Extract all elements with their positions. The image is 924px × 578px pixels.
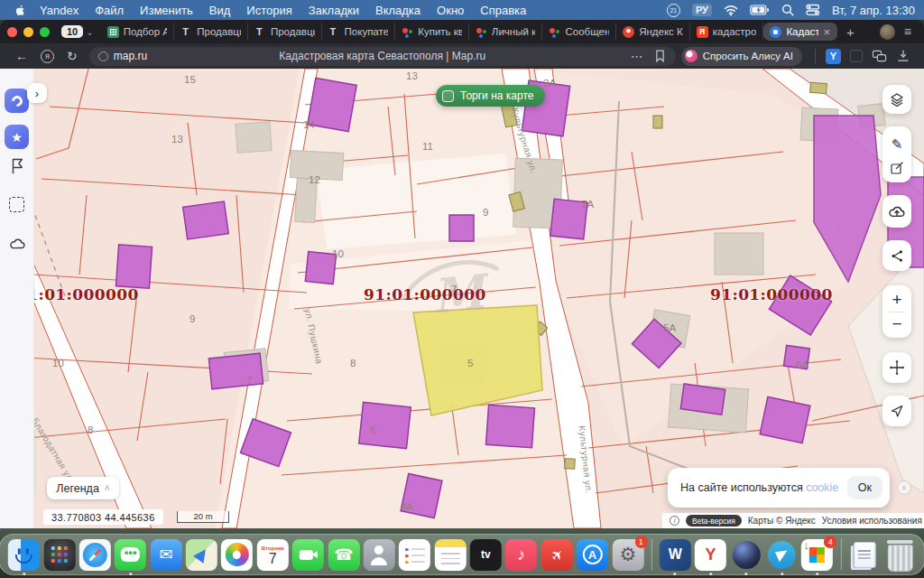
dock-icon-system-settings[interactable]: ⚙1 — [612, 539, 643, 571]
pencil-icon[interactable]: ✎ — [892, 135, 903, 154]
zoom-controls[interactable]: + − — [882, 285, 911, 338]
cookie-ok-button[interactable]: Ок — [847, 476, 882, 499]
parcel-number-label[interactable]: 13 — [171, 134, 183, 144]
search-icon[interactable] — [781, 4, 794, 16]
sidebar-bookmarks-button[interactable] — [9, 157, 25, 179]
browser-tab[interactable]: Яндекс Ка × — [616, 23, 690, 41]
legend-button[interactable]: Легенда ˄ — [47, 477, 119, 499]
back-button[interactable]: ← — [15, 49, 28, 63]
sidebar-expand-button[interactable]: › — [27, 83, 47, 103]
dock-icon-documents[interactable] — [849, 539, 881, 571]
parcel-number-label[interactable]: 9 — [483, 207, 488, 218]
dock-icon-phone[interactable]: ☎ — [328, 539, 359, 571]
browser-tab[interactable]: Покупател × — [322, 23, 396, 41]
wifi-icon[interactable] — [724, 4, 738, 16]
cadastral-quarter-label[interactable]: 91:01:000000 — [364, 285, 486, 303]
dock-icon-telegram[interactable] — [766, 539, 798, 571]
browser-tab[interactable]: Сообщени × — [542, 23, 616, 41]
dock-icon-mail[interactable]: ✉ — [151, 539, 182, 571]
terms-link[interactable]: Условия использования — [822, 516, 922, 526]
dock-icon-apple-tv[interactable]: tv — [470, 539, 502, 571]
dock-icon-messages[interactable]: ••• — [115, 539, 146, 571]
parcel-number-label[interactable]: 3А — [543, 78, 556, 89]
parcel-number-label[interactable]: 5А — [663, 322, 676, 333]
parcel-number-label[interactable]: 6 — [370, 424, 375, 435]
browser-menu-icon[interactable]: ≡ — [904, 24, 911, 39]
menu-item[interactable]: Закладки — [309, 4, 359, 17]
parcel-number-label[interactable]: 10 — [52, 358, 64, 368]
parcel-number-label[interactable]: 8 — [350, 358, 356, 368]
upload-cloud-button[interactable] — [882, 195, 911, 228]
control-center-icon[interactable] — [806, 4, 820, 16]
window-close-button[interactable] — [7, 27, 17, 37]
browser-tab[interactable]: Купить кв × — [395, 23, 469, 41]
window-minimize-button[interactable] — [23, 27, 33, 37]
parcel-number-label[interactable]: 14 — [303, 119, 315, 130]
browser-tab[interactable]: Личный ка × — [469, 23, 543, 41]
url-bar[interactable]: map.ru Кадастровая карта Севастополя | M… — [89, 47, 676, 66]
dock-icon-finder[interactable] — [8, 539, 40, 571]
zoom-in-button[interactable]: + — [892, 288, 901, 312]
bookmark-icon[interactable] — [653, 49, 667, 63]
tab-close-icon[interactable]: × — [823, 26, 830, 38]
cookie-close-icon[interactable]: × — [897, 480, 911, 495]
dock-icon-notes[interactable] — [435, 539, 467, 571]
menu-item[interactable]: Справка — [480, 4, 526, 17]
dock-icon-launchpad[interactable] — [43, 539, 75, 571]
input-language-indicator[interactable]: РУ — [692, 4, 712, 16]
chat-bubbles-icon[interactable] — [872, 49, 887, 63]
window-zoom-button[interactable] — [40, 27, 50, 37]
parcel-number-label[interactable]: 15 — [184, 74, 196, 85]
share-button[interactable] — [882, 240, 911, 271]
menu-item[interactable]: Окно — [437, 4, 464, 17]
sidebar-favorites-button[interactable]: ★ — [5, 125, 29, 149]
menu-item[interactable]: Вкладка — [375, 4, 420, 17]
cookie-link[interactable]: cookie — [806, 481, 838, 494]
menu-item[interactable]: История — [246, 4, 291, 17]
battery-icon[interactable] — [750, 4, 770, 16]
browser-tab[interactable]: Кадастр × — [763, 23, 837, 41]
dock-icon-maps[interactable] — [186, 539, 217, 571]
parcel-number-label[interactable]: 5 — [467, 358, 473, 368]
draw-edit-buttons[interactable]: ✎ — [882, 126, 911, 182]
browser-tab[interactable]: Подбор Ал × — [101, 23, 175, 41]
dock-icon-calendar[interactable]: Вторник7 — [257, 539, 289, 571]
parcel-number-label[interactable]: 7 — [246, 375, 252, 386]
browser-tab[interactable]: Продавцы × — [174, 23, 248, 41]
url-text[interactable]: map.ru — [114, 50, 147, 62]
zoom-out-button[interactable]: − — [892, 312, 901, 336]
notification-badge-icon[interactable]: 21 — [667, 4, 680, 17]
dock-icon-assistant-sphere[interactable] — [731, 539, 762, 571]
dock-icon-safari[interactable] — [79, 539, 111, 571]
download-icon[interactable] — [896, 49, 910, 63]
browser-tab[interactable]: кадастров × — [690, 23, 764, 41]
sidebar-alice-button[interactable] — [5, 89, 29, 113]
ask-alice-button[interactable]: Спросить Алису AI — [681, 47, 802, 66]
parcel-number-label[interactable]: 7А — [581, 199, 594, 210]
tab-list-chevron-icon[interactable]: ⌄ — [86, 27, 93, 37]
parcel-number-label[interactable]: 4А — [401, 501, 413, 512]
dock-icon-yandex-browser[interactable]: Y — [695, 539, 726, 571]
dock-icon-photos[interactable] — [221, 539, 253, 571]
dock-icon-reminders[interactable] — [399, 539, 430, 571]
parcel-number-label[interactable]: 13 — [406, 70, 418, 81]
parcel-number-label[interactable]: 6А — [796, 359, 808, 370]
reload-button[interactable]: ↻ — [67, 49, 78, 63]
sidebar-screenshot-button[interactable] — [9, 197, 24, 212]
parcel-number-label[interactable]: 10 — [332, 248, 344, 259]
dock-icon-downloads-grid[interactable]: ↓4 — [801, 539, 833, 571]
tab-counter[interactable]: 10 — [61, 25, 83, 38]
dock-icon-app-store[interactable]: A — [577, 539, 608, 571]
my-location-button[interactable] — [882, 396, 911, 426]
dock-icon-music[interactable]: ♪ — [505, 539, 537, 571]
sidebar-cloud-button[interactable] — [9, 237, 26, 254]
dock-icon-rocket-app[interactable]: ✈ — [541, 539, 573, 571]
dock-icon-trash[interactable] — [884, 539, 916, 571]
auctions-checkbox-icon[interactable] — [442, 90, 454, 102]
cadastral-quarter-label[interactable]: 91:01:000000 — [16, 285, 139, 303]
more-actions-icon[interactable]: ⋯ — [631, 49, 643, 63]
yandex-home-icon[interactable]: я — [41, 50, 54, 63]
browser-tab[interactable]: Продавцы × — [248, 23, 322, 41]
new-tab-button[interactable]: + — [846, 24, 855, 40]
cadastral-quarter-label[interactable]: 91:01:000000 — [710, 285, 833, 303]
